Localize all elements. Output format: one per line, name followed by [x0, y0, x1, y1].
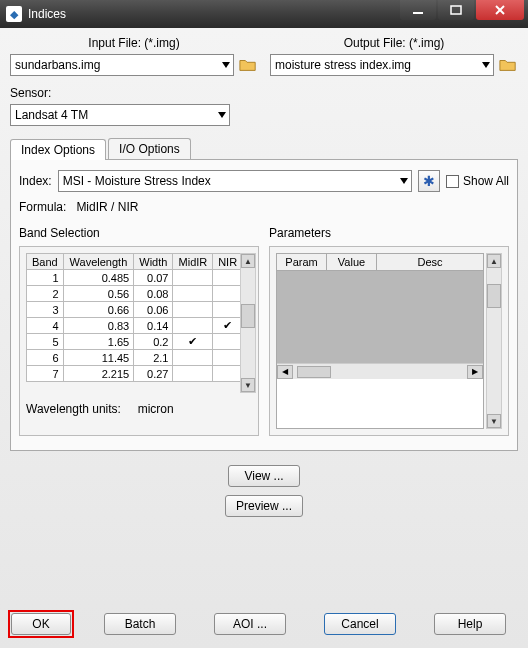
- col-desc[interactable]: Desc: [377, 254, 483, 270]
- tab-content: Index: MSI - Moisture Stress Index ✱ Sho…: [10, 160, 518, 451]
- cell-nir[interactable]: [213, 350, 243, 366]
- scroll-down-icon[interactable]: ▼: [487, 414, 501, 428]
- scroll-thumb[interactable]: [487, 284, 501, 308]
- parameters-body: [277, 271, 483, 363]
- cell-band[interactable]: 3: [27, 302, 64, 318]
- cell-midir[interactable]: ✔: [173, 334, 213, 350]
- cell-band[interactable]: 2: [27, 286, 64, 302]
- svg-rect-0: [413, 12, 423, 14]
- cell-midir[interactable]: [173, 302, 213, 318]
- scroll-up-icon[interactable]: ▲: [487, 254, 501, 268]
- table-row[interactable]: 10.4850.07: [27, 270, 243, 286]
- preview-button[interactable]: Preview ...: [225, 495, 303, 517]
- cell-midir[interactable]: [173, 366, 213, 382]
- ok-button[interactable]: OK: [11, 613, 71, 635]
- tab-io-options[interactable]: I/O Options: [108, 138, 191, 159]
- table-row[interactable]: 20.560.08: [27, 286, 243, 302]
- cell-nir[interactable]: ✔: [213, 318, 243, 334]
- band-selection-label: Band Selection: [19, 226, 259, 240]
- window-minimize-button[interactable]: [400, 0, 436, 20]
- cell-band[interactable]: 1: [27, 270, 64, 286]
- cell-width[interactable]: 0.14: [134, 318, 173, 334]
- cell-wavelength[interactable]: 2.215: [63, 366, 134, 382]
- table-row[interactable]: 30.660.06: [27, 302, 243, 318]
- col-band[interactable]: Band: [27, 254, 64, 270]
- svg-rect-1: [451, 6, 461, 14]
- table-row[interactable]: 40.830.14✔: [27, 318, 243, 334]
- chevron-down-icon: [222, 62, 230, 68]
- cell-wavelength[interactable]: 0.83: [63, 318, 134, 334]
- scroll-up-icon[interactable]: ▲: [241, 254, 255, 268]
- scroll-thumb-h[interactable]: [297, 366, 331, 378]
- wavelength-units-label: Wavelength units:: [26, 402, 121, 416]
- band-table[interactable]: Band Wavelength Width MidIR NIR 10.4850.…: [26, 253, 243, 382]
- scroll-down-icon[interactable]: ▼: [241, 378, 255, 392]
- formula-label: Formula:: [19, 200, 66, 214]
- cell-band[interactable]: 6: [27, 350, 64, 366]
- col-width[interactable]: Width: [134, 254, 173, 270]
- cell-midir[interactable]: [173, 318, 213, 334]
- window-title: Indices: [28, 7, 66, 21]
- cell-nir[interactable]: [213, 270, 243, 286]
- col-nir[interactable]: NIR: [213, 254, 243, 270]
- help-button[interactable]: Help: [434, 613, 506, 635]
- cell-wavelength[interactable]: 1.65: [63, 334, 134, 350]
- cell-width[interactable]: 0.07: [134, 270, 173, 286]
- cell-nir[interactable]: [213, 366, 243, 382]
- cell-width[interactable]: 0.27: [134, 366, 173, 382]
- col-wavelength[interactable]: Wavelength: [63, 254, 134, 270]
- col-param[interactable]: Param: [277, 254, 327, 270]
- chevron-down-icon: [400, 178, 408, 184]
- cell-band[interactable]: 7: [27, 366, 64, 382]
- table-row[interactable]: 51.650.2✔: [27, 334, 243, 350]
- table-row[interactable]: 72.2150.27: [27, 366, 243, 382]
- col-midir[interactable]: MidIR: [173, 254, 213, 270]
- favorite-button[interactable]: ✱: [418, 170, 440, 192]
- cell-midir[interactable]: [173, 270, 213, 286]
- tab-index-options[interactable]: Index Options: [10, 139, 106, 160]
- cell-band[interactable]: 4: [27, 318, 64, 334]
- input-file-combo[interactable]: sundarbans.img: [10, 54, 234, 76]
- browse-input-file-button[interactable]: [238, 55, 258, 75]
- cancel-button[interactable]: Cancel: [324, 613, 396, 635]
- index-combo[interactable]: MSI - Moisture Stress Index: [58, 170, 412, 192]
- cell-midir[interactable]: [173, 350, 213, 366]
- band-table-scrollbar[interactable]: ▲ ▼: [240, 253, 256, 393]
- cell-width[interactable]: 0.08: [134, 286, 173, 302]
- cell-nir[interactable]: [213, 334, 243, 350]
- show-all-label: Show All: [463, 174, 509, 188]
- scroll-right-icon[interactable]: ▶: [467, 365, 483, 379]
- cell-band[interactable]: 5: [27, 334, 64, 350]
- cell-width[interactable]: 2.1: [134, 350, 173, 366]
- scroll-left-icon[interactable]: ◀: [277, 365, 293, 379]
- cell-nir[interactable]: [213, 286, 243, 302]
- view-button[interactable]: View ...: [228, 465, 300, 487]
- cell-midir[interactable]: [173, 286, 213, 302]
- window-close-button[interactable]: [476, 0, 524, 20]
- index-value: MSI - Moisture Stress Index: [63, 174, 211, 188]
- parameters-label: Parameters: [269, 226, 509, 240]
- scroll-thumb[interactable]: [241, 304, 255, 328]
- wavelength-units-value: micron: [138, 402, 174, 416]
- cell-width[interactable]: 0.2: [134, 334, 173, 350]
- checkbox-icon: [446, 175, 459, 188]
- cell-nir[interactable]: [213, 302, 243, 318]
- cell-wavelength[interactable]: 0.66: [63, 302, 134, 318]
- browse-output-file-button[interactable]: [498, 55, 518, 75]
- cell-wavelength[interactable]: 11.45: [63, 350, 134, 366]
- col-value[interactable]: Value: [327, 254, 377, 270]
- param-h-scrollbar[interactable]: ◀ ▶: [277, 363, 483, 379]
- cell-wavelength[interactable]: 0.485: [63, 270, 134, 286]
- aoi-button[interactable]: AOI ...: [214, 613, 286, 635]
- param-v-scrollbar[interactable]: ▲ ▼: [486, 253, 502, 429]
- star-icon: ✱: [423, 173, 435, 189]
- output-file-combo[interactable]: moisture stress index.img: [270, 54, 494, 76]
- sensor-combo[interactable]: Landsat 4 TM: [10, 104, 230, 126]
- show-all-checkbox[interactable]: Show All: [446, 174, 509, 188]
- table-row[interactable]: 611.452.1: [27, 350, 243, 366]
- cell-width[interactable]: 0.06: [134, 302, 173, 318]
- cell-wavelength[interactable]: 0.56: [63, 286, 134, 302]
- window-maximize-button[interactable]: [438, 0, 474, 20]
- batch-button[interactable]: Batch: [104, 613, 176, 635]
- parameters-table[interactable]: Param Value Desc ◀ ▶: [276, 253, 484, 429]
